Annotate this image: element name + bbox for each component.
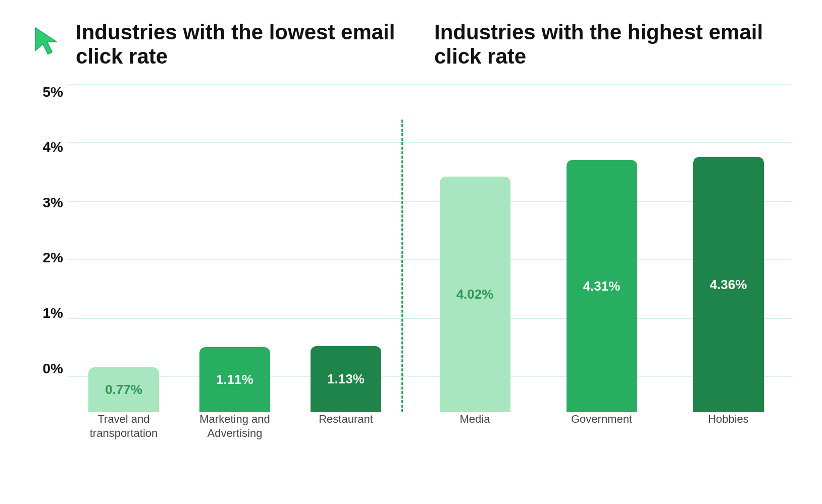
header-right: Industries with the highest email click … [414,20,792,69]
bar-label-hobbies: 4.36% [710,276,747,292]
bar-government: 4.31% [567,160,637,412]
bar-label-marketing: 1.11% [216,372,253,387]
header-row: Industries with the lowest email click r… [30,20,792,69]
x-label-travel: Travel andtransportation [83,412,164,441]
bar-media: 4.02% [440,177,510,412]
bar-wrapper-media: 4.02% [440,177,510,412]
y-labels-stack: 5% 4% 3% 2% 1% 0% [30,84,68,377]
header-left: Industries with the lowest email click r… [30,20,414,69]
y-label-4: 4% [30,139,63,155]
bar-group-marketing: 1.11% [194,347,275,412]
bar-wrapper-government: 4.31% [567,160,637,412]
chart: 5% 4% 3% 2% 1% 0% [30,84,792,447]
bar-group-media: 4.02% [435,177,516,412]
left-bars-section: 0.77% 1.11% [68,346,401,412]
right-bars-section: 4.02% 4.31% [401,157,792,412]
bar-label-restaurant: 1.13% [327,371,365,387]
x-label-hobbies: Hobbies [688,412,769,427]
bar-label-travel: 0.77% [105,382,142,398]
bar-label-media: 4.02% [456,287,494,302]
y-label-0: 0% [30,361,63,377]
all-bars: 0.77% 1.11% [68,120,792,412]
bar-wrapper-hobbies: 4.36% [693,157,764,412]
bar-travel: 0.77% [88,367,159,412]
x-labels-left: Travel andtransportation Marketing andAd… [68,412,401,441]
bar-wrapper-restaurant: 1.13% [311,346,381,412]
cursor-icon [30,23,66,58]
y-axis: 5% 4% 3% 2% 1% 0% [30,84,68,447]
bar-wrapper-travel: 0.77% [88,367,159,412]
x-label-restaurant: Restaurant [305,412,386,441]
bar-wrapper-marketing: 1.11% [199,347,270,412]
x-label-government: Government [561,412,642,427]
bar-group-government: 4.31% [561,160,642,412]
x-labels-row: Travel andtransportation Marketing andAd… [68,412,792,447]
bar-marketing: 1.11% [199,347,270,412]
chart-body: 0.77% 1.11% [68,84,792,447]
x-labels-right: Media Government Hobbies [401,412,792,427]
y-label-3: 3% [30,195,63,211]
right-title: Industries with the highest email click … [434,20,792,69]
y-label-2: 2% [30,250,63,266]
y-label-1: 1% [30,305,63,321]
x-label-marketing: Marketing andAdvertising [194,412,275,441]
left-title: Industries with the lowest email click r… [76,20,414,69]
svg-marker-0 [35,28,57,54]
bar-label-government: 4.31% [583,278,621,294]
x-label-media: Media [435,412,516,427]
bar-group-restaurant: 1.13% [305,346,386,412]
main-container: Industries with the lowest email click r… [0,0,822,504]
bar-group-hobbies: 4.36% [688,157,769,412]
bar-restaurant: 1.13% [311,346,381,412]
bar-hobbies: 4.36% [693,157,764,412]
y-label-5: 5% [30,84,63,100]
bar-group-travel: 0.77% [83,367,164,412]
